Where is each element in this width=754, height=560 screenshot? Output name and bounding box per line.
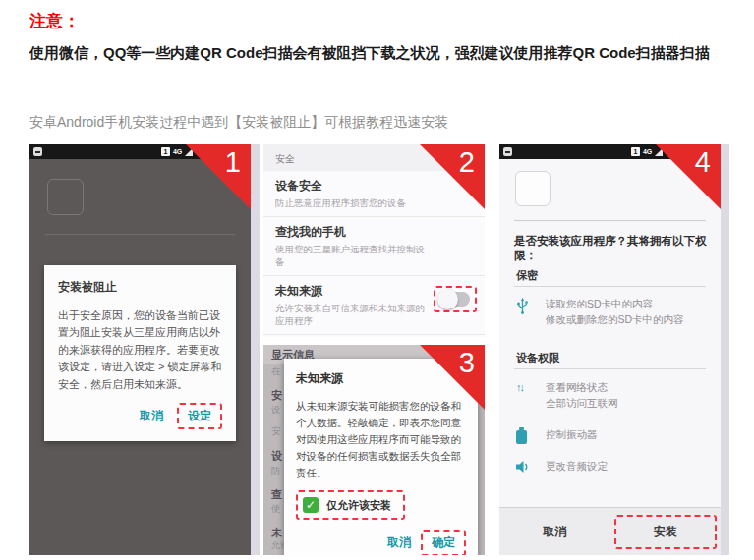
- dimmed-list-item: 安: [271, 425, 281, 438]
- screenshot-step1: 1 4G 7:4 安装被阻止 出于安全原因，您的设备当前已设置为阻止安装从三星应…: [29, 144, 251, 555]
- step-corner-ribbon: [420, 345, 485, 410]
- allow-once-checkbox[interactable]: ✓: [303, 497, 319, 513]
- dimmed-list-sub: 使: [271, 503, 281, 516]
- row-subtitle: 允许安装来自可信来源和未知来源的应用程序: [275, 303, 433, 328]
- screenshot-step2: 安全 设备安全 防止恶意应用程序损害您的设备 查找我的手机 使用您的三星账户远程…: [263, 144, 485, 337]
- cancel-button[interactable]: 取消: [387, 534, 411, 551]
- dialog-title: 安装被阻止: [58, 279, 222, 296]
- checkbox-label: 仅允许该安装: [326, 498, 391, 513]
- divider: [514, 220, 706, 221]
- dimmed-list-item: 设: [271, 449, 282, 464]
- app-icon-placeholder: [515, 171, 551, 206]
- step-corner-ribbon: [186, 144, 251, 209]
- battery-icon: [516, 427, 532, 444]
- network-type-label: 4G: [173, 148, 182, 155]
- step-corner-ribbon: [656, 144, 721, 209]
- dimmed-list-item: 未: [271, 526, 282, 540]
- phone-edge: [251, 144, 260, 555]
- notification-badge: 1: [161, 147, 170, 156]
- cancel-button[interactable]: 取消: [499, 524, 610, 540]
- row-subtitle: 使用您的三星账户远程查找并控制设备: [275, 244, 433, 269]
- row-title: 查找我的手机: [275, 224, 473, 241]
- install-blocked-dialog: 安装被阻止 出于安全原因，您的设备当前已设置为阻止安装从三星应用商店以外的来源获…: [44, 265, 236, 441]
- divider: [514, 286, 706, 287]
- permission-line: 读取您的SD卡中的内容: [546, 297, 684, 312]
- unknown-sources-toggle[interactable]: [440, 292, 470, 307]
- install-question: 是否安装该应用程序？其将拥有以下权限：: [514, 234, 713, 263]
- step-number: 1: [225, 148, 241, 177]
- dimmed-list-item: 安: [271, 388, 282, 403]
- dialog-body: 出于安全原因，您的设备当前已设置为阻止安装从三星应用商店以外的来源获得的应用程序…: [58, 308, 222, 393]
- notification-badge: 1: [631, 147, 640, 156]
- network-type-label: 4G: [643, 148, 652, 155]
- permission-item-audio: 更改音频设定: [516, 459, 608, 477]
- step-number: 4: [695, 148, 711, 177]
- permission-line: 全部访问互联网: [546, 396, 618, 412]
- step-corner-ribbon: [420, 144, 485, 209]
- dimmed-list-sub: 设: [271, 404, 281, 417]
- settings-row-other-security[interactable]: 其他安全设定 更改安全更新和证书存储等其他安全设定: [263, 335, 485, 337]
- cancel-button[interactable]: 取消: [140, 408, 163, 424]
- phone-edge: [721, 144, 729, 555]
- step-number: 2: [459, 148, 475, 177]
- highlight-box: [434, 286, 477, 312]
- permission-line: 更改音频设定: [546, 459, 608, 475]
- step-number: 3: [459, 349, 475, 377]
- section-header-privacy: 保密: [516, 268, 538, 283]
- install-button-bar: 取消 安装: [499, 507, 721, 555]
- permission-item-network: ↑↓ 查看网络状态 全部访问互联网: [516, 380, 618, 412]
- settings-row-unknown-sources[interactable]: 未知来源 允许安装来自可信来源和未知来源的应用程序: [263, 276, 485, 335]
- dimmed-list-item: 查: [271, 487, 282, 502]
- screenshot-step4: 1 4G 7:4 是否安装该应用程序？其将拥有以下权限： 保密: [499, 144, 721, 555]
- notice-body: 使用微信，QQ等一些内建QR Code扫描会有被阻挡下载之状况，强烈建议使用推荐…: [29, 39, 729, 66]
- highlight-box: ✓ 仅允许该安装: [296, 490, 405, 520]
- divider: [45, 234, 235, 235]
- permission-line: 查看网络状态: [546, 380, 618, 396]
- permission-line: 修改或删除您的SD卡中的内容: [546, 312, 684, 328]
- dimmed-list-sub: 在: [271, 365, 281, 378]
- network-arrows-icon: ↑↓: [516, 380, 532, 412]
- section-header-device: 设备权限: [516, 351, 559, 365]
- speaker-icon: [516, 459, 532, 477]
- permission-line: 控制振动器: [546, 427, 598, 443]
- tutorial-page: 注意： 使用微信，QQ等一些内建QR Code扫描会有被阻挡下载之状况，强烈建议…: [0, 0, 754, 560]
- permission-item-storage: 读取您的SD卡中的内容 修改或删除您的SD卡中的内容: [516, 297, 684, 328]
- download-icon: [503, 147, 512, 156]
- usb-icon: [516, 297, 532, 328]
- confirm-button[interactable]: 确定: [421, 530, 466, 555]
- settings-button[interactable]: 设定: [177, 403, 222, 429]
- row-subtitle: 防止恶意应用程序损害您的设备: [275, 197, 433, 210]
- dialog-body: 从未知来源安装可能损害您的设备和个人数据。轻敲确定，即表示您同意对因使用这些应用…: [296, 398, 466, 481]
- screenshot-step3: 显示信息 在 安 设 安 设 防 查 使 未 允许安装来自可信来源和未知来源的应…: [263, 345, 485, 555]
- dimmed-list-sub: 防: [271, 465, 281, 477]
- app-icon-placeholder: [47, 179, 84, 215]
- page-subtitle: 安卓Android手机安装过程中遇到【安装被阻止】可根据教程迅速安装: [29, 114, 448, 132]
- permission-item-vibration: 控制振动器: [516, 427, 598, 444]
- settings-row-find-my-phone[interactable]: 查找我的手机 使用您的三星账户远程查找并控制设备: [263, 217, 485, 276]
- divider: [514, 368, 706, 369]
- install-button[interactable]: 安装: [614, 515, 717, 549]
- notice-title: 注意：: [29, 10, 80, 32]
- download-icon: [33, 147, 42, 156]
